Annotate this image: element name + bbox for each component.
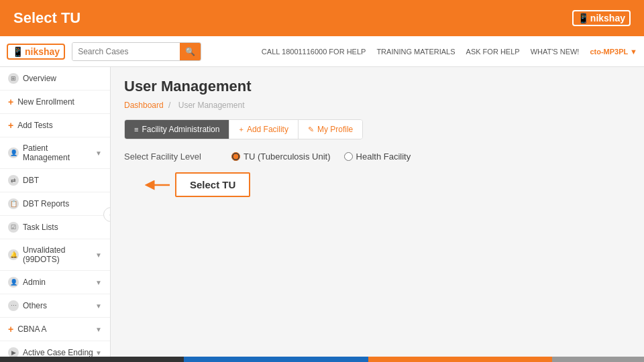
facility-admin-tab-icon: ≡ (134, 125, 138, 133)
dbt-reports-icon: 📋 (8, 198, 19, 209)
footer-seg-orange (368, 357, 552, 362)
breadcrumb-sep: / (168, 101, 170, 110)
my-profile-tab-icon: ✎ (308, 125, 314, 134)
sidebar-label-patient-mgmt: Patient Management (23, 143, 95, 162)
tab-facility-admin[interactable]: ≡ Facility Administration (125, 120, 229, 139)
sidebar-label-task-lists: Task Lists (23, 223, 58, 232)
sidebar: ⊞ Overview + New Enrollment + Add Tests … (0, 67, 111, 362)
search-box: 🔍 (72, 42, 201, 61)
nikshay-logo-top: 📱 nikshay (572, 10, 631, 26)
navbar: 📱 nikshay 🔍 CALL 18001116000 FOR HELP TR… (0, 36, 644, 67)
patient-mgmt-chevron: ▼ (95, 149, 102, 157)
call-help-link[interactable]: CALL 18001116000 FOR HELP (262, 48, 366, 56)
nikshay-logo[interactable]: 📱 nikshay (7, 44, 65, 60)
radio-tu-label: TU (Tuberculosis Unit) (244, 152, 331, 162)
add-facility-tab-icon: + (239, 125, 243, 133)
facility-level-row: Select Facility Level TU (Tuberculosis U… (124, 152, 631, 162)
banner-title: Select TU (13, 9, 80, 27)
phone-icon: 📱 (578, 13, 589, 23)
sidebar-label-cbnaa: CBNA A (17, 324, 46, 334)
sidebar-label-overview: Overview (23, 74, 56, 83)
cbnaa-plus-icon: + (8, 324, 13, 335)
radio-hf-input[interactable] (344, 152, 353, 161)
footer-seg-blue (184, 357, 368, 362)
tab-my-profile-label: My Profile (317, 125, 353, 134)
user-menu[interactable]: cto-MP3PL ▼ (590, 48, 637, 56)
add-tests-plus-icon: + (8, 120, 13, 131)
sidebar-label-dbt: DBT (23, 176, 39, 185)
breadcrumb: Dashboard / User Management (124, 101, 631, 110)
footer-seg-dark (0, 357, 184, 362)
logo-text: nikshay (25, 46, 60, 57)
active-case-chevron: ▼ (95, 349, 102, 357)
main-layout: ⊞ Overview + New Enrollment + Add Tests … (0, 67, 644, 362)
search-button[interactable]: 🔍 (180, 43, 201, 60)
tab-bar: ≡ Facility Administration + Add Facility… (124, 119, 363, 139)
others-icon: ⋯ (8, 300, 19, 311)
top-banner: Select TU 📱 nikshay (0, 0, 644, 36)
sidebar-item-patient-mgmt[interactable]: 👤 Patient Management ▼ (0, 137, 110, 169)
tab-add-facility[interactable]: + Add Facility (229, 120, 298, 139)
radio-tu[interactable]: TU (Tuberculosis Unit) (231, 152, 331, 162)
sidebar-item-dbt-reports[interactable]: 📋 DBT Reports (0, 192, 110, 216)
top-right-logo: 📱 nikshay (572, 10, 631, 26)
sidebar-label-add-tests: Add Tests (17, 121, 52, 130)
sidebar-item-task-lists[interactable]: ☑ Task Lists (0, 216, 110, 239)
sidebar-label-admin: Admin (23, 278, 46, 287)
sidebar-item-unvalidated[interactable]: 🔔 Unvalidated (99DOTS) ▼ (0, 239, 110, 271)
nav-links: CALL 18001116000 FOR HELP TRAINING MATER… (262, 48, 637, 56)
unvalidated-chevron: ▼ (95, 251, 102, 259)
radio-tu-input[interactable] (231, 152, 240, 161)
breadcrumb-current: User Management (178, 101, 245, 110)
footer-seg-gray (552, 357, 644, 362)
tab-add-facility-label: Add Facility (247, 125, 288, 134)
sidebar-label-others: Others (23, 301, 47, 310)
sidebar-item-new-enrollment[interactable]: + New Enrollment (0, 90, 110, 114)
sidebar-label-active-case: Active Case Ending (23, 348, 93, 357)
ask-help-link[interactable]: ASK FOR HELP (466, 48, 520, 56)
radio-hf-label: Health Facility (356, 152, 411, 162)
overview-icon: ⊞ (8, 73, 19, 84)
radio-hf[interactable]: Health Facility (344, 152, 411, 162)
admin-icon: 👤 (8, 277, 19, 288)
footer-bar (0, 357, 644, 362)
sidebar-label-new-enrollment: New Enrollment (17, 97, 74, 107)
sidebar-item-dbt[interactable]: ⇄ DBT (0, 169, 110, 192)
dbt-icon: ⇄ (8, 175, 19, 186)
sidebar-label-unvalidated: Unvalidated (99DOTS) (23, 245, 95, 264)
sidebar-item-overview[interactable]: ⊞ Overview (0, 67, 110, 90)
select-tu-callout-container: Select TU (144, 172, 631, 197)
sidebar-label-dbt-reports: DBT Reports (23, 199, 69, 208)
tab-my-profile[interactable]: ✎ My Profile (299, 120, 362, 139)
whats-new-link[interactable]: WHAT'S NEW! (531, 48, 580, 56)
select-tu-label: Select TU (190, 179, 235, 190)
sidebar-item-others[interactable]: ⋯ Others ▼ (0, 294, 110, 318)
patient-mgmt-icon: 👤 (8, 147, 19, 158)
training-link[interactable]: TRAINING MATERIALS (376, 48, 455, 56)
sidebar-item-admin[interactable]: 👤 Admin ▼ (0, 271, 110, 294)
others-chevron: ▼ (95, 302, 102, 310)
logo-phone-icon: 📱 (12, 46, 23, 57)
sidebar-item-add-tests[interactable]: + Add Tests (0, 114, 110, 137)
unvalidated-icon: 🔔 (8, 249, 19, 260)
cbnaa-chevron: ▼ (95, 326, 102, 333)
callout-arrow-icon (144, 175, 171, 195)
new-enrollment-plus-icon: + (8, 97, 13, 107)
tab-facility-admin-label: Facility Administration (142, 125, 219, 134)
page-title: User Management (124, 78, 631, 95)
facility-level-label: Select Facility Level (124, 152, 218, 162)
task-icon: ☑ (8, 222, 19, 233)
select-tu-callout-box[interactable]: Select TU (175, 172, 250, 197)
breadcrumb-home[interactable]: Dashboard (124, 101, 164, 110)
main-content: User Management Dashboard / User Managem… (111, 67, 644, 362)
search-input[interactable] (72, 43, 180, 60)
sidebar-item-cbnaa[interactable]: + CBNA A ▼ (0, 318, 110, 341)
admin-chevron: ▼ (95, 279, 102, 286)
